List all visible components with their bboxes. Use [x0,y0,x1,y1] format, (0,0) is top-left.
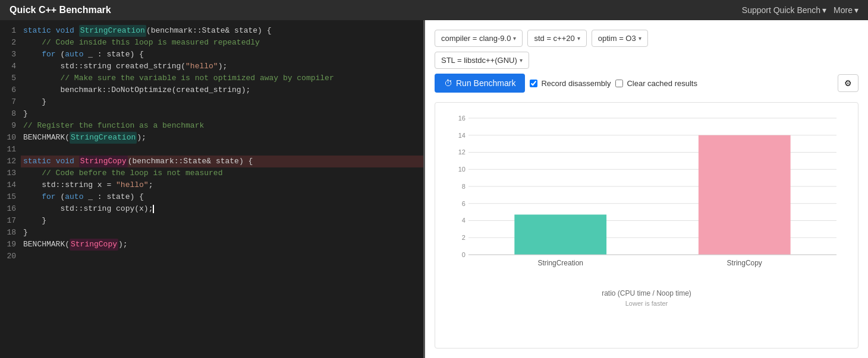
run-benchmark-button[interactable]: ⏱ Run Benchmark [435,74,525,93]
compiler-arrow-icon: ▾ [513,35,516,42]
settings-icon: ⚙ [844,78,852,88]
optim-arrow-icon: ▾ [639,35,641,42]
svg-text:StringCopy: StringCopy [727,259,762,267]
svg-text:10: 10 [458,166,466,173]
right-panel: compiler = clang-9.0 ▾ std = c++20 ▾ opt… [425,20,868,358]
run-label: Run Benchmark [456,78,515,88]
svg-rect-18 [514,214,606,255]
code-lines[interactable]: static void StringCreation(benchmark::St… [21,20,423,267]
chart-x-label: ratio (CPU time / Noop time) [445,289,848,297]
svg-text:6: 6 [462,200,466,207]
svg-text:8: 8 [462,183,466,190]
more-link-label: More [834,5,853,15]
record-disassembly-label[interactable]: Record disassembly [530,79,611,88]
svg-text:0: 0 [462,251,466,258]
std-arrow-icon: ▾ [577,35,580,42]
main-layout: 1234567891011121314151617181920 static v… [0,20,868,358]
support-chevron-icon: ▾ [822,5,826,15]
svg-text:16: 16 [458,115,466,122]
svg-rect-20 [699,135,791,255]
line-numbers: 1234567891011121314151617181920 [0,20,21,267]
stl-controls: STL = libstdc++(GNU) ▾ [435,52,858,69]
svg-text:StringCreation: StringCreation [537,259,583,267]
chart-svg: 0246810121416StringCreationStringCopy [445,112,848,284]
svg-text:12: 12 [458,148,466,156]
stl-arrow-icon: ▾ [520,57,523,64]
header-nav: Support Quick Bench ▾ More ▾ [742,5,858,15]
compiler-label: compiler = clang-9.0 [441,34,511,43]
std-select[interactable]: std = c++20 ▾ [527,30,586,47]
clear-cached-text: Clear cached results [627,79,697,88]
run-clock-icon: ⏱ [444,78,452,88]
app-title: Quick C++ Benchmark [10,5,111,15]
stl-label: STL = libstdc++(GNU) [441,56,517,65]
compiler-controls: compiler = clang-9.0 ▾ std = c++20 ▾ opt… [435,30,858,47]
more-chevron-icon: ▾ [854,5,858,15]
clear-cached-checkbox[interactable] [615,80,623,87]
run-controls: ⏱ Run Benchmark Record disassembly Clear… [435,74,858,93]
svg-text:4: 4 [462,217,466,224]
stl-select[interactable]: STL = libstdc++(GNU) ▾ [435,52,529,69]
svg-text:14: 14 [458,132,466,139]
chart-container: 0246810121416StringCreationStringCopy ra… [435,102,858,349]
compiler-select[interactable]: compiler = clang-9.0 ▾ [435,30,523,47]
clear-cached-label[interactable]: Clear cached results [615,79,697,88]
optim-label: optim = O3 [598,34,636,43]
support-link[interactable]: Support Quick Bench ▾ [742,5,826,15]
chart-x-sublabel: Lower is faster [445,300,848,307]
record-disassembly-checkbox[interactable] [530,80,537,87]
record-disassembly-text: Record disassembly [541,79,611,88]
optim-select[interactable]: optim = O3 ▾ [592,30,648,47]
more-link[interactable]: More ▾ [834,5,858,15]
std-label: std = c++20 [534,34,574,43]
code-editor[interactable]: 1234567891011121314151617181920 static v… [0,20,425,358]
support-link-label: Support Quick Bench [742,5,820,15]
code-area: 1234567891011121314151617181920 static v… [0,20,423,267]
header: Quick C++ Benchmark Support Quick Bench … [0,0,868,20]
settings-button[interactable]: ⚙ [838,74,858,92]
svg-text:2: 2 [462,234,466,241]
